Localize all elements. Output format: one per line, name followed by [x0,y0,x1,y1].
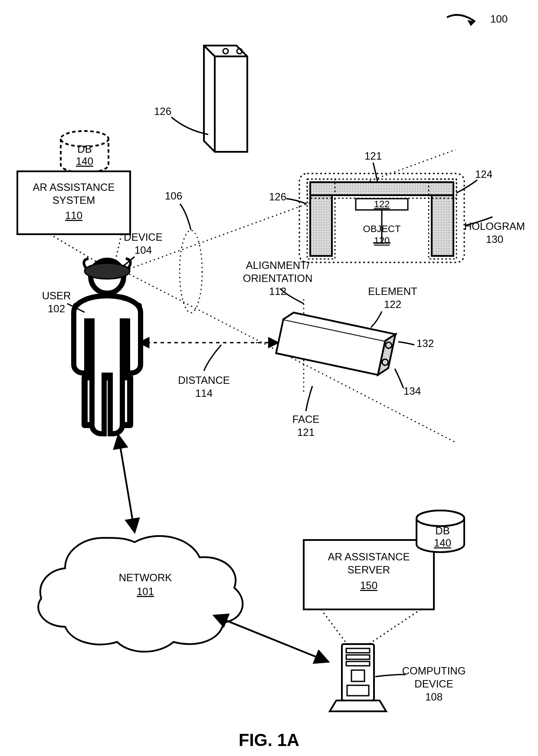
ar-server-l1: AR ASSISTANCE [328,551,410,563]
fov-num: 106 [165,190,182,202]
hole-132: 132 [417,337,434,349]
element-label: ELEMENT [368,285,417,297]
db2-label: DB [435,525,449,537]
db-cylinder-2: DB 140 [417,511,464,552]
face-num: 121 [297,426,315,438]
db1-label: DB [77,143,92,155]
ref-100: 100 [447,13,508,26]
network-label: NETWORK [119,572,172,583]
user-num: 102 [48,303,65,314]
distance-label: DISTANCE [178,374,230,386]
distance-num: 114 [195,387,213,399]
arrow-user-network [118,436,134,531]
align-l2: ORIENTATION [243,272,312,284]
holo-124: 124 [475,168,492,180]
align-num: 112 [269,285,286,297]
ar-system-num: 110 [65,209,82,221]
svg-rect-20 [310,182,453,195]
top-box-126: 126 [154,46,247,152]
element-box [276,311,395,377]
svg-rect-21 [310,195,332,256]
hologram-num: 130 [486,233,503,245]
figure-label: FIG. 1A [239,730,299,749]
computing-l1: COMPUTING [402,665,466,677]
network-num: 101 [137,586,154,597]
hologram-group: 122 OBJECT 120 [299,173,464,262]
ar-server-num: 150 [360,579,377,591]
user-label: USER [42,290,71,301]
svg-rect-22 [432,195,453,256]
svg-line-32 [321,609,347,644]
svg-point-31 [417,511,464,526]
db2-num: 140 [434,537,451,549]
device-num: 104 [134,244,152,256]
device-label: DEVICE [124,231,162,243]
hologram-label: HOLOGRAM [464,220,525,232]
ar-server-l2: SERVER [348,564,390,576]
db1-num: 140 [76,155,93,167]
face-label: FACE [292,413,320,425]
object-label: OBJECT [363,223,401,234]
computing-num: 108 [425,691,443,703]
holo-126: 126 [269,191,286,203]
ref-100-text: 100 [490,13,508,25]
top-box-126-num: 126 [154,105,171,117]
ar-server-box: AR ASSISTANCE SERVER 150 [304,540,434,609]
object-num: 120 [374,235,390,246]
svg-line-33 [369,609,421,644]
patent-diagram: 100 126 DB 140 AR ASSISTANCE SYSTEM 110 [0,0,538,756]
db-cylinder-1: DB 140 [61,131,108,173]
computing-device [330,644,386,711]
arrow-network-computing [215,616,328,661]
ar-system-box: AR ASSISTANCE SYSTEM 110 [17,171,130,234]
holo-121: 121 [364,150,382,162]
ar-system-l1: AR ASSISTANCE [33,181,115,193]
svg-line-10 [115,234,121,262]
fov-lens [180,230,202,313]
holo-inner-122: 122 [374,199,390,209]
hole-134: 134 [404,385,421,397]
element-num: 122 [384,298,401,310]
computing-l2: DEVICE [414,678,453,690]
align-l1: ALIGNMENT/ [246,259,310,271]
svg-line-9 [50,234,98,262]
network-cloud: NETWORK 101 [38,536,243,652]
ar-system-l2: SYSTEM [52,194,95,206]
